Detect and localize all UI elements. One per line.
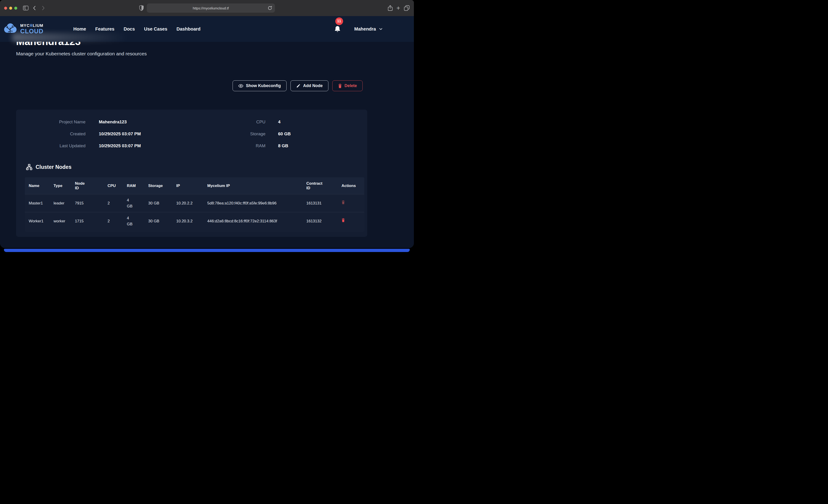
cell-storage: 30 GB <box>148 194 176 212</box>
site-navbar: MYCELIUM CLOUD Home Features Docs Use Ca… <box>0 16 414 42</box>
info-label-last-updated: Last Updated <box>16 142 85 150</box>
delete-node-button[interactable] <box>341 218 345 222</box>
cell-actions <box>341 212 364 230</box>
col-header-ram: RAM <box>127 177 148 194</box>
notifications-button[interactable]: 11 <box>334 25 341 33</box>
table-row: Worker1 worker 1715 2 4 GB 30 GB 10.20.3… <box>25 212 364 230</box>
navbar-right-group: 11 Mahendra <box>334 25 383 33</box>
cell-ip: 10.20.2.2 <box>176 194 207 212</box>
reload-icon[interactable] <box>267 5 273 11</box>
nav-item-use-cases[interactable]: Use Cases <box>144 27 167 32</box>
user-name: Mahendra <box>355 27 376 32</box>
cluster-detail-page: Mahendra123 Manage your Kubernetes clust… <box>0 42 414 237</box>
logo-stylized-e: E <box>30 24 32 27</box>
delete-node-button[interactable] <box>341 200 345 204</box>
col-header-type: Type <box>53 177 75 194</box>
pencil-icon <box>296 84 301 88</box>
brand-logo[interactable]: MYCELIUM CLOUD <box>3 22 43 36</box>
address-bar[interactable]: https://myceliumcloud.tf <box>147 3 275 13</box>
cell-cpu: 2 <box>108 212 127 230</box>
info-value-cpu: 4 <box>265 118 367 126</box>
chevron-down-icon <box>379 27 383 31</box>
table-row: Master1 leader 7915 2 4 GB 30 GB 10.20.2… <box>25 194 364 212</box>
show-kubeconfig-button[interactable]: Show Kubeconfig <box>233 80 287 91</box>
zoom-window-button[interactable] <box>14 7 17 10</box>
desktop-background: https://myceliumcloud.tf <box>0 0 414 252</box>
delete-cluster-button[interactable]: Delete <box>332 80 363 91</box>
browser-toolbar: https://myceliumcloud.tf <box>0 0 414 16</box>
nav-item-features[interactable]: Features <box>95 27 115 32</box>
toolbar-right-group: + <box>388 5 410 11</box>
nav-item-docs[interactable]: Docs <box>124 27 135 32</box>
minimize-window-button[interactable] <box>9 7 12 10</box>
eye-icon <box>238 84 243 88</box>
cell-ram: 4 GB <box>127 212 148 230</box>
cell-contract-id: 1613132 <box>306 212 341 230</box>
page-title-clip: Mahendra123 <box>16 42 414 47</box>
back-button-icon[interactable] <box>31 5 38 11</box>
cell-name: Worker1 <box>25 212 53 230</box>
trash-icon <box>341 200 345 204</box>
traffic-lights <box>4 7 17 10</box>
cell-contract-id: 1613131 <box>306 194 341 212</box>
col-header-actions: Actions <box>341 177 364 194</box>
cell-ram: 4 GB <box>127 194 148 212</box>
privacy-shield-icon <box>139 5 143 11</box>
share-icon[interactable] <box>388 5 393 11</box>
info-label-ram: RAM <box>236 142 265 150</box>
browser-window: https://myceliumcloud.tf <box>0 0 414 248</box>
close-window-button[interactable] <box>4 7 7 10</box>
info-label-storage: Storage <box>236 130 265 138</box>
forward-button-icon[interactable] <box>40 5 47 11</box>
cell-type: worker <box>53 212 75 230</box>
add-node-button[interactable]: Add Node <box>290 80 328 91</box>
cluster-nodes-table: Name Type Node ID CPU RAM Storage IP Myc… <box>25 177 364 232</box>
col-header-cpu: CPU <box>108 177 127 194</box>
col-header-node-id: Node ID <box>75 177 108 194</box>
trash-icon <box>341 218 345 222</box>
cluster-info-grid: Project Name Mahendra123 CPU 4 Created 1… <box>16 118 367 150</box>
cell-node-id: 1715 <box>75 212 108 230</box>
sidebar-toggle-icon[interactable] <box>22 5 29 11</box>
brand-line-cloud: CLOUD <box>20 28 43 35</box>
address-bar-group: https://myceliumcloud.tf <box>139 3 275 13</box>
cell-ip: 10.20.3.2 <box>176 212 207 230</box>
info-label-cpu: CPU <box>236 118 265 126</box>
cell-type: leader <box>53 194 75 212</box>
cluster-nodes-heading: Cluster Nodes <box>26 164 367 170</box>
desktop-accent-strip <box>4 249 410 252</box>
page-subtitle: Manage your Kubernetes cluster configura… <box>16 51 414 56</box>
info-label-created: Created <box>16 130 85 138</box>
info-value-storage: 60 GB <box>265 130 367 138</box>
cell-mycelium-ip: 446:d2a6:8bcd:8c16:ff0f:72e2:3114:863f <box>207 212 306 230</box>
nav-item-dashboard[interactable]: Dashboard <box>176 27 200 32</box>
brand-line-mycelium: MYCELIUM <box>20 24 43 28</box>
nav-item-home[interactable]: Home <box>73 27 86 32</box>
mycelium-cloud-logo-icon <box>3 22 17 36</box>
info-value-created: 10/29/2025 03:07 PM <box>85 130 236 138</box>
cluster-info-panel: Project Name Mahendra123 CPU 4 Created 1… <box>16 110 367 237</box>
cell-name: Master1 <box>25 194 53 212</box>
col-header-name: Name <box>25 177 53 194</box>
user-menu[interactable]: Mahendra <box>355 27 383 32</box>
info-value-ram: 8 GB <box>265 142 367 150</box>
cell-node-id: 7915 <box>75 194 108 212</box>
cell-mycelium-ip: 5d8:78ea:a120:f40c:ff0f:a5fe:99e6:8b96 <box>207 194 306 212</box>
col-header-mycelium-ip: Mycelium IP <box>207 177 306 194</box>
col-header-storage: Storage <box>148 177 176 194</box>
col-header-ip: IP <box>176 177 207 194</box>
cluster-actions-row: Show Kubeconfig Add Node Delete <box>16 80 363 91</box>
cell-cpu: 2 <box>108 194 127 212</box>
table-header-row: Name Type Node ID CPU RAM Storage IP Myc… <box>25 177 364 194</box>
notification-count-badge: 11 <box>335 17 343 25</box>
page-title: Mahendra123 <box>16 42 414 47</box>
network-nodes-icon <box>26 164 33 170</box>
new-tab-icon[interactable]: + <box>397 5 400 11</box>
info-label-project-name: Project Name <box>16 118 85 126</box>
tab-overview-icon[interactable] <box>404 5 410 11</box>
cell-actions <box>341 194 364 212</box>
url-text: https://myceliumcloud.tf <box>193 6 229 10</box>
cell-storage: 30 GB <box>148 212 176 230</box>
info-value-project-name: Mahendra123 <box>85 118 236 126</box>
trash-icon <box>338 84 342 88</box>
